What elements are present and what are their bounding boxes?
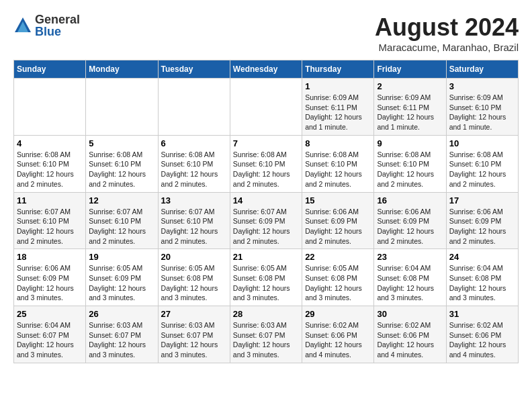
day-info: Sunrise: 6:05 AM Sunset: 6:09 PM Dayligh… [89,263,154,303]
calendar-table: SundayMondayTuesdayWednesdayThursdayFrid… [13,60,519,363]
day-info: Sunrise: 6:05 AM Sunset: 6:08 PM Dayligh… [161,263,227,303]
day-info: Sunrise: 6:05 AM Sunset: 6:08 PM Dayligh… [305,263,371,303]
weekday-header-thursday: Thursday [302,60,374,79]
day-number: 30 [377,309,443,319]
day-number: 10 [449,138,515,148]
day-number: 23 [377,252,443,262]
calendar-cell: 25Sunrise: 6:04 AM Sunset: 6:07 PM Dayli… [14,306,86,363]
day-number: 2 [377,81,443,91]
day-info: Sunrise: 6:09 AM Sunset: 6:10 PM Dayligh… [449,93,515,132]
day-number: 17 [449,195,515,205]
day-number: 21 [233,252,299,262]
day-info: Sunrise: 6:06 AM Sunset: 6:09 PM Dayligh… [377,207,443,246]
day-number: 20 [161,252,227,262]
day-info: Sunrise: 6:03 AM Sunset: 6:07 PM Dayligh… [233,320,299,360]
calendar-body: 1Sunrise: 6:09 AM Sunset: 6:11 PM Daylig… [14,79,519,363]
day-number: 31 [449,309,515,319]
calendar-week-2: 4Sunrise: 6:08 AM Sunset: 6:10 PM Daylig… [14,135,519,192]
calendar-cell: 12Sunrise: 6:07 AM Sunset: 6:10 PM Dayli… [86,192,158,249]
day-info: Sunrise: 6:07 AM Sunset: 6:10 PM Dayligh… [89,207,154,246]
day-info: Sunrise: 6:03 AM Sunset: 6:07 PM Dayligh… [89,320,154,360]
day-info: Sunrise: 6:08 AM Sunset: 6:10 PM Dayligh… [233,150,299,189]
calendar-cell: 9Sunrise: 6:08 AM Sunset: 6:10 PM Daylig… [374,135,446,192]
day-number: 26 [89,309,154,319]
day-number: 4 [17,138,83,148]
day-info: Sunrise: 6:04 AM Sunset: 6:08 PM Dayligh… [377,263,443,303]
calendar-cell [158,79,230,136]
calendar-cell: 30Sunrise: 6:02 AM Sunset: 6:06 PM Dayli… [374,306,446,363]
day-info: Sunrise: 6:08 AM Sunset: 6:10 PM Dayligh… [17,150,83,189]
calendar-cell: 6Sunrise: 6:08 AM Sunset: 6:10 PM Daylig… [158,135,230,192]
calendar-cell: 26Sunrise: 6:03 AM Sunset: 6:07 PM Dayli… [86,306,158,363]
calendar-cell: 7Sunrise: 6:08 AM Sunset: 6:10 PM Daylig… [230,135,302,192]
calendar-cell: 4Sunrise: 6:08 AM Sunset: 6:10 PM Daylig… [14,135,86,192]
logo-general-text: General [35,13,80,26]
day-number: 19 [89,252,154,262]
day-info: Sunrise: 6:04 AM Sunset: 6:07 PM Dayligh… [17,320,83,360]
day-info: Sunrise: 6:04 AM Sunset: 6:08 PM Dayligh… [449,263,515,303]
weekday-header-tuesday: Tuesday [158,60,230,79]
day-info: Sunrise: 6:08 AM Sunset: 6:10 PM Dayligh… [449,150,515,189]
day-info: Sunrise: 6:09 AM Sunset: 6:11 PM Dayligh… [305,93,371,132]
day-number: 18 [17,252,83,262]
calendar-cell: 21Sunrise: 6:05 AM Sunset: 6:08 PM Dayli… [230,249,302,306]
calendar-cell: 3Sunrise: 6:09 AM Sunset: 6:10 PM Daylig… [446,79,518,136]
day-info: Sunrise: 6:06 AM Sunset: 6:09 PM Dayligh… [17,263,83,303]
calendar-cell: 29Sunrise: 6:02 AM Sunset: 6:06 PM Dayli… [302,306,374,363]
calendar-cell [86,79,158,136]
day-info: Sunrise: 6:07 AM Sunset: 6:10 PM Dayligh… [17,207,83,246]
calendar-week-5: 25Sunrise: 6:04 AM Sunset: 6:07 PM Dayli… [14,306,519,363]
day-number: 28 [233,309,299,319]
calendar-cell: 2Sunrise: 6:09 AM Sunset: 6:11 PM Daylig… [374,79,446,136]
day-info: Sunrise: 6:09 AM Sunset: 6:11 PM Dayligh… [377,93,443,132]
day-number: 3 [449,81,515,91]
logo-blue-text: Blue [35,26,80,38]
logo: General Blue [13,13,80,38]
day-number: 5 [89,138,154,148]
day-number: 25 [17,309,83,319]
day-number: 24 [449,252,515,262]
day-info: Sunrise: 6:08 AM Sunset: 6:10 PM Dayligh… [305,150,371,189]
day-number: 22 [305,252,371,262]
day-info: Sunrise: 6:08 AM Sunset: 6:10 PM Dayligh… [161,150,227,189]
day-number: 29 [305,309,371,319]
day-number: 11 [17,195,83,205]
day-info: Sunrise: 6:07 AM Sunset: 6:09 PM Dayligh… [233,207,299,246]
calendar-cell: 24Sunrise: 6:04 AM Sunset: 6:08 PM Dayli… [446,249,518,306]
calendar-cell: 31Sunrise: 6:02 AM Sunset: 6:06 PM Dayli… [446,306,518,363]
day-info: Sunrise: 6:02 AM Sunset: 6:06 PM Dayligh… [305,320,371,360]
day-info: Sunrise: 6:08 AM Sunset: 6:10 PM Dayligh… [377,150,443,189]
day-number: 1 [305,81,371,91]
weekday-header-row: SundayMondayTuesdayWednesdayThursdayFrid… [14,60,519,79]
calendar-week-3: 11Sunrise: 6:07 AM Sunset: 6:10 PM Dayli… [14,192,519,249]
calendar-cell: 13Sunrise: 6:07 AM Sunset: 6:10 PM Dayli… [158,192,230,249]
calendar-cell: 27Sunrise: 6:03 AM Sunset: 6:07 PM Dayli… [158,306,230,363]
weekday-header-sunday: Sunday [14,60,86,79]
calendar-cell: 22Sunrise: 6:05 AM Sunset: 6:08 PM Dayli… [302,249,374,306]
logo-icon [13,16,32,35]
weekday-header-saturday: Saturday [446,60,518,79]
day-info: Sunrise: 6:02 AM Sunset: 6:06 PM Dayligh… [449,320,515,360]
calendar-cell: 18Sunrise: 6:06 AM Sunset: 6:09 PM Dayli… [14,249,86,306]
page-header: General Blue August 2024 Maracacume, Mar… [13,13,519,53]
day-number: 27 [161,309,227,319]
calendar-cell: 28Sunrise: 6:03 AM Sunset: 6:07 PM Dayli… [230,306,302,363]
day-info: Sunrise: 6:05 AM Sunset: 6:08 PM Dayligh… [233,263,299,303]
day-info: Sunrise: 6:06 AM Sunset: 6:09 PM Dayligh… [305,207,371,246]
day-number: 16 [377,195,443,205]
calendar-week-1: 1Sunrise: 6:09 AM Sunset: 6:11 PM Daylig… [14,79,519,136]
day-info: Sunrise: 6:08 AM Sunset: 6:10 PM Dayligh… [89,150,154,189]
day-number: 8 [305,138,371,148]
day-number: 15 [305,195,371,205]
day-info: Sunrise: 6:07 AM Sunset: 6:10 PM Dayligh… [161,207,227,246]
calendar-cell: 1Sunrise: 6:09 AM Sunset: 6:11 PM Daylig… [302,79,374,136]
calendar-cell: 8Sunrise: 6:08 AM Sunset: 6:10 PM Daylig… [302,135,374,192]
day-number: 6 [161,138,227,148]
day-info: Sunrise: 6:02 AM Sunset: 6:06 PM Dayligh… [377,320,443,360]
calendar-cell: 20Sunrise: 6:05 AM Sunset: 6:08 PM Dayli… [158,249,230,306]
calendar-cell: 14Sunrise: 6:07 AM Sunset: 6:09 PM Dayli… [230,192,302,249]
title-block: August 2024 Maracacume, Maranhao, Brazil [375,13,519,53]
calendar-cell: 10Sunrise: 6:08 AM Sunset: 6:10 PM Dayli… [446,135,518,192]
day-number: 12 [89,195,154,205]
weekday-header-monday: Monday [86,60,158,79]
